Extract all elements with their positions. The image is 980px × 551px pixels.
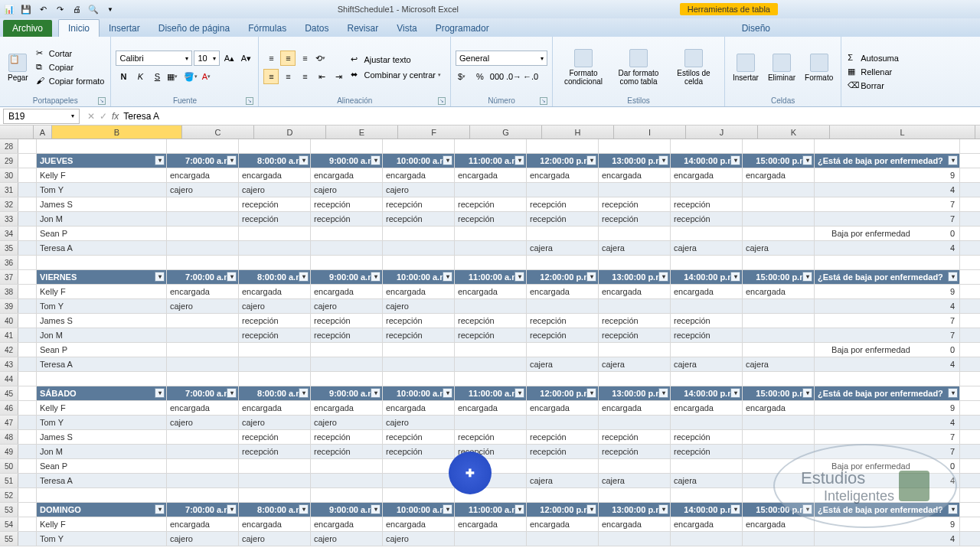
cell[interactable]: 12:00:00 p.m.▾: [527, 270, 599, 284]
cell[interactable]: 12:00:00 p.m.▾: [527, 154, 599, 168]
cell[interactable]: 11:00:00 a.m.▾: [455, 503, 527, 517]
cell[interactable]: Teresa A: [37, 357, 167, 371]
row-header[interactable]: 54: [0, 517, 18, 531]
cell[interactable]: [455, 241, 527, 255]
cell[interactable]: Sean P: [37, 227, 167, 240]
cell[interactable]: 12:00:00 p.m.▾: [527, 503, 599, 517]
font-color-button[interactable]: A▾: [200, 69, 215, 84]
cell[interactable]: [599, 372, 671, 386]
filter-dropdown-icon[interactable]: ▾: [586, 504, 596, 514]
cell[interactable]: 8:00:00 a.m.▾: [239, 154, 311, 168]
font-name-combo[interactable]: Calibri▾: [116, 51, 192, 66]
cell[interactable]: cajero: [311, 532, 383, 546]
cell[interactable]: [167, 328, 239, 342]
format-button[interactable]: Formato: [802, 52, 836, 83]
cell[interactable]: [239, 372, 311, 386]
cell[interactable]: [527, 227, 599, 240]
filter-dropdown-icon[interactable]: ▾: [443, 155, 452, 165]
cell[interactable]: encargada: [527, 285, 599, 298]
cell[interactable]: cajero: [383, 299, 455, 313]
filter-dropdown-icon[interactable]: ▾: [371, 272, 381, 282]
row-header[interactable]: 51: [0, 474, 18, 487]
delete-button[interactable]: Eliminar: [765, 52, 799, 83]
cell[interactable]: [383, 256, 455, 269]
row-header[interactable]: 42: [0, 343, 18, 357]
cell[interactable]: encargada: [455, 401, 527, 415]
cell[interactable]: recepción: [527, 445, 599, 458]
cell[interactable]: recepción: [239, 430, 311, 444]
cell[interactable]: recepción: [383, 328, 455, 342]
cell[interactable]: [815, 372, 960, 386]
print-icon[interactable]: 🖨: [70, 3, 83, 15]
cell[interactable]: [311, 357, 383, 371]
cell[interactable]: [743, 416, 815, 429]
align-bottom-button[interactable]: ≡: [297, 51, 312, 66]
cell[interactable]: [743, 299, 815, 313]
row-header[interactable]: 46: [0, 401, 18, 415]
cell[interactable]: recepción: [239, 314, 311, 328]
cell[interactable]: cajero: [167, 532, 239, 546]
cell[interactable]: recepción: [455, 430, 527, 444]
cell[interactable]: recepción: [671, 314, 743, 328]
cell[interactable]: recepción: [383, 212, 455, 226]
row-header[interactable]: 31: [0, 183, 18, 197]
cell[interactable]: 15:00:00 p.m.▾: [743, 154, 815, 168]
cell[interactable]: [455, 299, 527, 313]
cell[interactable]: Tom Y: [37, 416, 167, 429]
cell[interactable]: recepción: [527, 197, 599, 211]
cell[interactable]: [599, 183, 671, 197]
bold-button[interactable]: N: [116, 69, 131, 84]
cell[interactable]: recepción: [671, 445, 743, 458]
cell[interactable]: 9:00:00 a.m.▾: [311, 154, 383, 168]
filter-dropdown-icon[interactable]: ▾: [371, 155, 381, 165]
cell[interactable]: recepción: [527, 328, 599, 342]
cell[interactable]: [671, 299, 743, 313]
cell[interactable]: [455, 357, 527, 371]
cell[interactable]: encargada: [671, 168, 743, 182]
cell[interactable]: VIERNES▾: [37, 270, 167, 284]
tab-diseno[interactable]: Diseño: [731, 20, 781, 37]
cell[interactable]: [383, 343, 455, 357]
cell[interactable]: [743, 212, 815, 226]
cell[interactable]: [383, 139, 455, 153]
cell[interactable]: Jon M: [37, 445, 167, 458]
font-size-combo[interactable]: 10▾: [194, 51, 220, 66]
cell[interactable]: [671, 343, 743, 357]
cancel-icon[interactable]: ✕: [87, 111, 95, 122]
cell[interactable]: 13:00:00 p.m.▾: [599, 270, 671, 284]
cell[interactable]: [167, 241, 239, 255]
cell[interactable]: Tom Y: [37, 299, 167, 313]
cell[interactable]: recepción: [599, 197, 671, 211]
filter-dropdown-icon[interactable]: ▾: [658, 504, 668, 514]
formula-input[interactable]: Teresa A: [123, 111, 159, 122]
cell[interactable]: encargada: [167, 517, 239, 531]
tab-revisar[interactable]: Revisar: [338, 20, 388, 37]
cell[interactable]: [239, 488, 311, 502]
filter-dropdown-icon[interactable]: ▾: [443, 272, 452, 282]
cell[interactable]: cajero: [383, 416, 455, 429]
filter-dropdown-icon[interactable]: ▾: [658, 272, 668, 282]
cell[interactable]: [455, 532, 527, 546]
cell[interactable]: 15:00:00 p.m.▾: [743, 270, 815, 284]
cell[interactable]: cajera: [527, 474, 599, 487]
conditional-format-button[interactable]: Formato condicional: [557, 47, 609, 87]
filter-dropdown-icon[interactable]: ▾: [155, 504, 165, 514]
cell[interactable]: encargada: [743, 285, 815, 298]
filter-dropdown-icon[interactable]: ▾: [227, 388, 237, 398]
cell[interactable]: [527, 488, 599, 502]
row-header[interactable]: 29: [0, 154, 18, 168]
cell[interactable]: James S: [37, 314, 167, 328]
cell[interactable]: [167, 227, 239, 240]
row-header[interactable]: 40: [0, 314, 18, 328]
shrink-font-button[interactable]: A▾: [238, 51, 253, 66]
cell[interactable]: [37, 139, 167, 153]
wrap-text-button[interactable]: ↩Ajustar texto: [349, 54, 446, 66]
cell[interactable]: 11:00:00 a.m.▾: [455, 154, 527, 168]
cell[interactable]: 9: [815, 168, 960, 182]
cell[interactable]: encargada: [527, 168, 599, 182]
cell[interactable]: 9: [815, 401, 960, 415]
cell[interactable]: [167, 343, 239, 357]
cell[interactable]: [599, 256, 671, 269]
cell[interactable]: [455, 256, 527, 269]
cell[interactable]: cajero: [167, 183, 239, 197]
